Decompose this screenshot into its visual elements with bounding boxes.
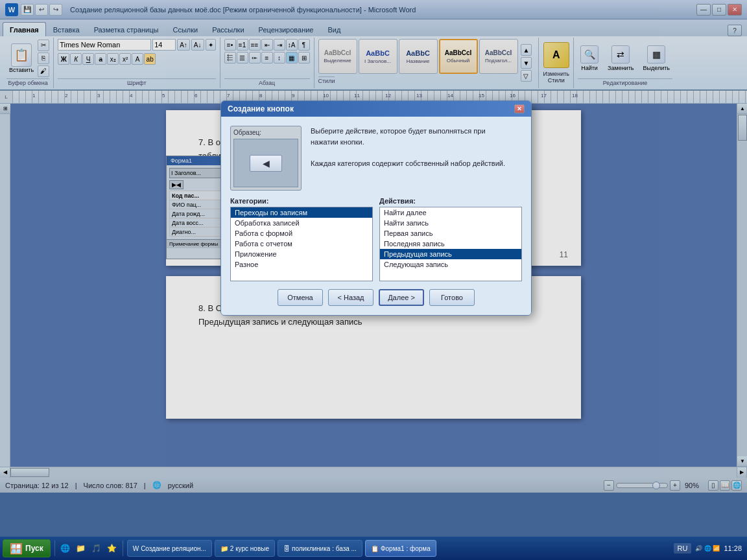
desc-line4: Каждая категория содержит собственный на… — [311, 158, 522, 169]
category-misc[interactable]: Разное — [231, 259, 372, 270]
cancel-button[interactable]: Отмена — [278, 289, 323, 306]
dialog-top: Образец: ◀ Выберите действие, которое бу… — [230, 126, 522, 191]
categories-label: Категории: — [230, 197, 373, 205]
taskbar-right: RU 🔊 🌐 📶 11:28 — [674, 543, 744, 554]
taskbar-folder-btn[interactable]: 📁 2 курс новые — [215, 540, 275, 557]
categories-list[interactable]: Переходы по записям Обработка записей Ра… — [230, 207, 373, 281]
dialog-title: Создание кнопок — [228, 104, 294, 113]
create-button-dialog: Создание кнопок ✕ Образец: ◀ Выберите де… — [220, 100, 532, 316]
taskbar-ie-icon[interactable]: 🌐 — [59, 542, 72, 555]
taskbar-db-button[interactable]: 🗄 поликлиника : база ... — [278, 540, 362, 557]
desc-line1: Выберите действие, которое будет выполня… — [311, 126, 522, 137]
action-last-record[interactable]: Последняя запись — [380, 239, 521, 249]
next-button[interactable]: Далее > — [379, 289, 424, 306]
back-button[interactable]: < Назад — [328, 289, 374, 306]
start-label: Пуск — [25, 544, 43, 553]
start-button[interactable]: 🪟 Пуск — [3, 539, 51, 557]
dialog-footer: Отмена < Назад Далее > Готово — [230, 289, 522, 306]
lang-indicator: RU — [678, 544, 688, 552]
preview-button: ◀ — [250, 155, 282, 172]
action-next-record[interactable]: Следующая запись — [380, 259, 521, 270]
dialog-close-button[interactable]: ✕ — [514, 104, 525, 113]
actions-label: Действия: — [379, 197, 522, 205]
actions-list[interactable]: Найти далее Найти запись Первая запись П… — [379, 207, 522, 281]
keyboard-lang[interactable]: RU — [674, 543, 692, 554]
dialog-body: Образец: ◀ Выберите действие, которое бу… — [221, 117, 531, 315]
categories-section: Категории: Переходы по записям Обработка… — [230, 197, 373, 281]
action-first-record[interactable]: Первая запись — [380, 228, 521, 239]
clock-time: 11:28 — [724, 544, 742, 552]
clock: 11:28 — [724, 544, 742, 552]
action-prev-record[interactable]: Предыдущая запись — [380, 249, 521, 259]
preview-box: Образец: ◀ — [230, 126, 302, 191]
taskbar-separator-2 — [123, 541, 123, 556]
taskbar-star-icon[interactable]: ⭐ — [106, 542, 119, 555]
system-tray[interactable]: 🔊 🌐 📶 — [695, 545, 720, 552]
taskbar-form-button[interactable]: 📋 Форма1 : форма — [365, 540, 436, 557]
taskbar-form-label: Форма1 : форма — [381, 545, 431, 552]
dialog-overlay: Создание кнопок ✕ Образец: ◀ Выберите де… — [0, 0, 747, 560]
action-find-record[interactable]: Найти запись — [380, 218, 521, 228]
taskbar-word-label: Создание реляцион... — [141, 545, 206, 552]
lists-row: Категории: Переходы по записям Обработка… — [230, 197, 522, 281]
preview-label: Образец: — [233, 129, 298, 136]
category-form-work[interactable]: Работа с формой — [231, 228, 372, 239]
desc-line2: нажатии кнопки. — [311, 137, 522, 148]
dialog-titlebar: Создание кнопок ✕ — [221, 101, 531, 117]
taskbar-word-button[interactable]: W Создание реляцион... — [127, 540, 212, 557]
taskbar-separator-1 — [54, 541, 55, 556]
category-application[interactable]: Приложение — [231, 249, 372, 259]
category-navigations[interactable]: Переходы по записям — [231, 207, 372, 218]
taskbar-db-label: поликлиника : база ... — [292, 545, 357, 552]
preview-button-area: ◀ — [233, 139, 298, 187]
category-record-processing[interactable]: Обработка записей — [231, 218, 372, 228]
category-report-work[interactable]: Работа с отчетом — [231, 239, 372, 249]
taskbar: 🪟 Пуск 🌐 📁 🎵 ⭐ W Создание реляцион... 📁 … — [0, 537, 747, 560]
actions-section: Действия: Найти далее Найти запись Перва… — [379, 197, 522, 281]
action-find-next[interactable]: Найти далее — [380, 207, 521, 218]
taskbar-folder-icon[interactable]: 📁 — [75, 542, 88, 555]
taskbar-media-icon[interactable]: 🎵 — [90, 542, 103, 555]
description-area: Выберите действие, которое будет выполня… — [311, 126, 522, 191]
done-button[interactable]: Готово — [429, 289, 475, 306]
taskbar-folder-label: 2 курс новые — [230, 545, 269, 552]
